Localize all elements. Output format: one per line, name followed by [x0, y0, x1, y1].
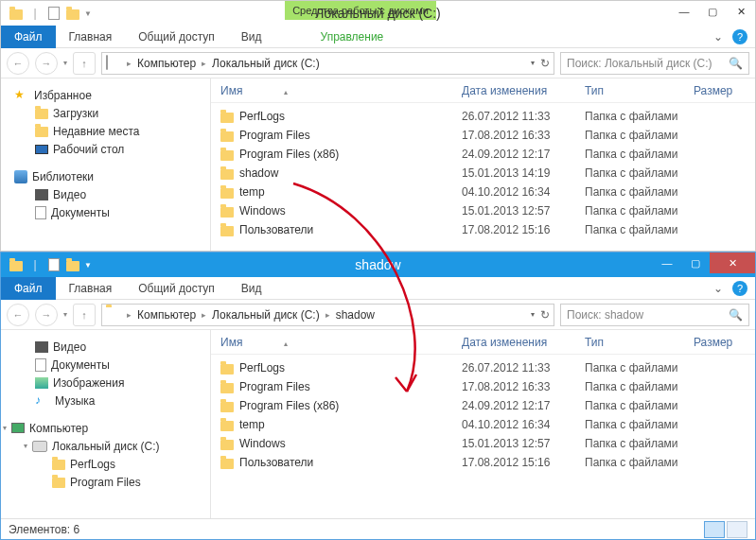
breadcrumb[interactable]: Компьютер: [137, 57, 196, 70]
tab-file[interactable]: Файл: [1, 277, 56, 300]
ribbon-expand-icon[interactable]: ⌄: [713, 282, 723, 295]
address-bar[interactable]: ▸ Компьютер ▸ Локальный диск (C:) ▸ shad…: [101, 304, 554, 326]
titlebar[interactable]: | ▼ Средства работы с дисками Локальный …: [1, 1, 755, 26]
tree-music[interactable]: ♪Музыка: [1, 392, 210, 409]
qat-newfolder-icon[interactable]: [65, 257, 80, 272]
history-dropdown-icon[interactable]: ▾: [63, 59, 67, 67]
file-row[interactable]: Windows15.01.2013 12:57Папка с файлами: [211, 201, 755, 220]
file-row[interactable]: shadow15.01.2013 14:19Папка с файлами: [211, 164, 755, 183]
folder-icon: [220, 383, 234, 393]
help-icon[interactable]: ?: [732, 29, 747, 44]
file-row[interactable]: Program Files17.08.2012 16:33Папка с фай…: [211, 377, 755, 396]
forward-button[interactable]: →: [35, 304, 58, 326]
breadcrumb[interactable]: Компьютер: [137, 308, 196, 322]
tab-view[interactable]: Вид: [228, 277, 275, 300]
search-box[interactable]: Поиск: shadow 🔍: [560, 304, 749, 326]
view-icons-button[interactable]: [727, 521, 747, 538]
file-row[interactable]: Windows15.01.2013 12:57Папка с файлами: [211, 434, 755, 453]
tab-view[interactable]: Вид: [228, 26, 275, 48]
file-row[interactable]: Program Files (x86)24.09.2012 12:17Папка…: [211, 145, 755, 164]
chevron-icon[interactable]: ▸: [325, 310, 330, 320]
tree-recent[interactable]: Недавние места: [1, 122, 210, 140]
expand-icon[interactable]: ▾: [3, 424, 7, 432]
file-row[interactable]: Пользователи17.08.2012 15:16Папка с файл…: [211, 220, 755, 239]
column-date[interactable]: Дата изменения: [462, 336, 585, 349]
file-row[interactable]: PerfLogs26.07.2012 11:33Папка с файлами: [211, 358, 755, 377]
tree-desktop[interactable]: Рабочий стол: [1, 140, 210, 158]
expand-icon[interactable]: ▾: [24, 442, 27, 450]
breadcrumb[interactable]: Локальный диск (C:): [212, 308, 320, 322]
titlebar[interactable]: | ▼ shadow — ▢ ✕: [1, 253, 755, 277]
tree-favorites[interactable]: ★Избранное: [1, 86, 210, 104]
search-icon[interactable]: 🔍: [729, 308, 743, 322]
file-row[interactable]: Program Files (x86)24.09.2012 12:17Папка…: [211, 396, 755, 415]
tab-manage[interactable]: Управление: [308, 26, 397, 48]
close-button[interactable]: ✕: [727, 1, 755, 22]
column-type[interactable]: Тип: [585, 336, 694, 349]
address-dropdown-icon[interactable]: ▾: [531, 59, 535, 67]
minimize-button[interactable]: —: [653, 253, 681, 273]
refresh-icon[interactable]: ↻: [540, 57, 550, 70]
ribbon-expand-icon[interactable]: ⌄: [713, 30, 723, 44]
forward-button[interactable]: →: [35, 52, 58, 75]
chevron-icon[interactable]: ▸: [127, 310, 132, 320]
minimize-button[interactable]: —: [670, 1, 698, 22]
back-button[interactable]: ←: [7, 304, 29, 326]
file-type: Папка с файлами: [585, 456, 694, 469]
libraries-icon: [14, 170, 27, 183]
up-button[interactable]: ↑: [73, 304, 96, 326]
tree-downloads[interactable]: Загрузки: [1, 104, 210, 122]
file-row[interactable]: temp04.10.2012 16:34Папка с файлами: [211, 415, 755, 434]
column-size[interactable]: Размер: [694, 84, 755, 97]
file-row[interactable]: Program Files17.08.2012 16:33Папка с фай…: [211, 126, 755, 145]
chevron-icon[interactable]: ▸: [127, 59, 132, 68]
tab-file[interactable]: Файл: [1, 26, 56, 48]
qat-properties-icon[interactable]: [46, 257, 62, 272]
file-row[interactable]: Пользователи17.08.2012 15:16Папка с файл…: [211, 453, 755, 472]
chevron-icon[interactable]: ▸: [202, 310, 206, 320]
address-bar[interactable]: ▸ Компьютер ▸ Локальный диск (C:) ▾ ↻: [101, 52, 554, 75]
tree-video[interactable]: Видео: [1, 185, 210, 203]
search-box[interactable]: Поиск: Локальный диск (C:) 🔍: [560, 52, 749, 75]
up-button[interactable]: ↑: [73, 52, 96, 75]
breadcrumb[interactable]: Локальный диск (C:): [212, 57, 320, 70]
column-name[interactable]: Имя ▴: [220, 336, 462, 349]
history-dropdown-icon[interactable]: ▾: [63, 310, 67, 319]
tab-home[interactable]: Главная: [56, 26, 126, 48]
tree-perflogs[interactable]: PerfLogs: [1, 455, 210, 473]
search-icon[interactable]: 🔍: [729, 57, 743, 70]
qat-dropdown-icon[interactable]: ▼: [84, 9, 92, 18]
file-name: Program Files (x86): [239, 399, 339, 412]
back-button[interactable]: ←: [7, 52, 29, 75]
maximize-button[interactable]: ▢: [681, 253, 710, 273]
tree-libraries[interactable]: Библиотеки: [1, 167, 210, 185]
refresh-icon[interactable]: ↻: [540, 308, 550, 322]
tree-localdisk[interactable]: ▾Локальный диск (C:): [1, 437, 210, 455]
tree-programfiles[interactable]: Program Files: [1, 473, 210, 491]
file-row[interactable]: temp04.10.2012 16:34Папка с файлами: [211, 183, 755, 201]
column-name[interactable]: Имя ▴: [220, 84, 462, 97]
qat-newfolder-icon[interactable]: [65, 6, 80, 21]
view-details-button[interactable]: [704, 521, 725, 538]
tab-home[interactable]: Главная: [56, 277, 126, 300]
tree-documents[interactable]: Документы: [1, 203, 210, 221]
qat-dropdown-icon[interactable]: ▼: [84, 261, 92, 270]
tab-share[interactable]: Общий доступ: [125, 277, 228, 300]
address-dropdown-icon[interactable]: ▾: [531, 310, 535, 319]
close-button[interactable]: ✕: [710, 253, 755, 273]
tree-computer[interactable]: ▾Компьютер: [1, 419, 210, 437]
chevron-icon[interactable]: ▸: [202, 59, 206, 68]
qat-properties-icon[interactable]: [46, 6, 62, 21]
tab-share[interactable]: Общий доступ: [125, 26, 228, 48]
file-row[interactable]: PerfLogs26.07.2012 11:33Папка с файлами: [211, 107, 755, 126]
tree-documents[interactable]: Документы: [1, 356, 210, 374]
explorer-window-2: | ▼ shadow — ▢ ✕ Файл Главная Общий дост…: [0, 252, 756, 540]
column-date[interactable]: Дата изменения: [462, 84, 585, 97]
tree-video[interactable]: Видео: [1, 338, 210, 356]
column-size[interactable]: Размер: [694, 336, 755, 349]
column-type[interactable]: Тип: [585, 84, 694, 97]
tree-pictures[interactable]: Изображения: [1, 374, 210, 392]
breadcrumb[interactable]: shadow: [336, 308, 375, 322]
maximize-button[interactable]: ▢: [698, 1, 727, 22]
help-icon[interactable]: ?: [732, 281, 747, 296]
